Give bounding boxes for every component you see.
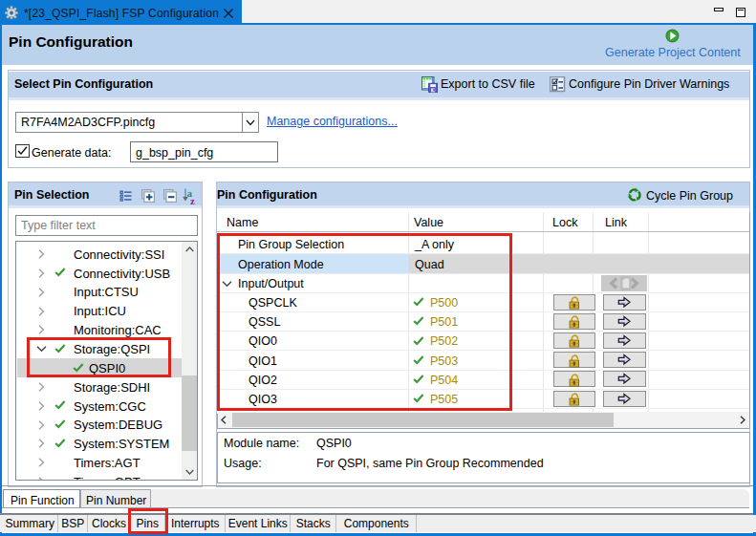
svg-text:z: z bbox=[190, 195, 195, 205]
